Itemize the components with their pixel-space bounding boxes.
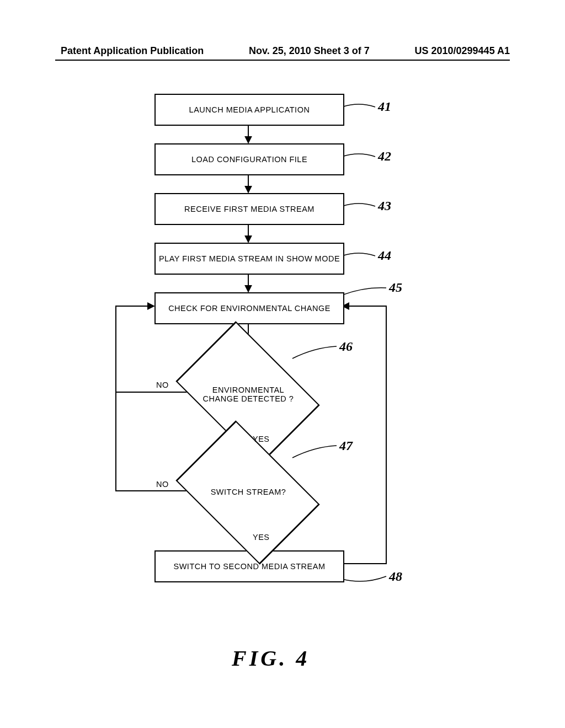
box-44: PLAY FIRST MEDIA STREAM IN SHOW MODE [154, 243, 344, 275]
box-45: CHECK FOR ENVIRONMENTAL CHANGE [154, 292, 344, 324]
box-44-label: PLAY FIRST MEDIA STREAM IN SHOW MODE [159, 254, 340, 263]
box-42: LOAD CONFIGURATION FILE [154, 143, 344, 175]
ref-47: 47 [339, 438, 353, 453]
header-left: Patent Application Publication [61, 45, 204, 57]
diamond-46-label: ENVIRONMENTAL CHANGE DETECTED ? [199, 386, 298, 403]
ref-41: 41 [378, 99, 391, 114]
diamond-47-label: SWITCH STREAM? [199, 488, 298, 496]
box-42-label: LOAD CONFIGURATION FILE [191, 155, 307, 164]
no-label-47: NO [156, 480, 169, 489]
flowchart-diagram: LAUNCH MEDIA APPLICATION LOAD CONFIGURAT… [0, 94, 565, 645]
ref-43: 43 [378, 199, 391, 213]
box-41-label: LAUNCH MEDIA APPLICATION [189, 105, 310, 114]
header-center: Nov. 25, 2010 Sheet 3 of 7 [249, 45, 370, 57]
no-label-46: NO [156, 381, 169, 389]
ref-44: 44 [378, 248, 391, 263]
box-41: LAUNCH MEDIA APPLICATION [154, 94, 344, 126]
figure-label: FIG. 4 [232, 645, 310, 671]
ref-42: 42 [378, 149, 391, 164]
yes-label-47: YES [253, 533, 270, 542]
header-rule [55, 60, 510, 61]
box-43: RECEIVE FIRST MEDIA STREAM [154, 193, 344, 225]
box-48-label: SWITCH TO SECOND MEDIA STREAM [174, 562, 326, 571]
box-45-label: CHECK FOR ENVIRONMENTAL CHANGE [168, 304, 331, 313]
ref-46: 46 [339, 339, 353, 354]
yes-label-46: YES [253, 435, 270, 443]
page-header: Patent Application Publication Nov. 25, … [0, 45, 565, 57]
box-48: SWITCH TO SECOND MEDIA STREAM [154, 550, 344, 582]
box-43-label: RECEIVE FIRST MEDIA STREAM [184, 205, 315, 213]
header-right: US 2010/0299445 A1 [415, 45, 510, 57]
ref-48: 48 [389, 569, 402, 584]
ref-45: 45 [389, 280, 402, 295]
